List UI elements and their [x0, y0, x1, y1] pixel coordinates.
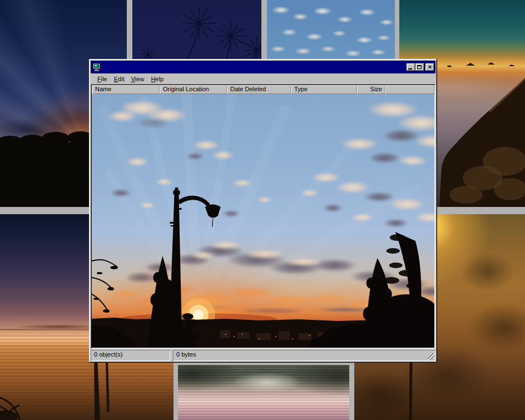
column-header-date-deleted[interactable]: Date Deleted — [227, 85, 291, 94]
status-total-size: 0 bytes — [173, 350, 435, 361]
menu-view[interactable]: View — [128, 75, 148, 83]
status-bar: 0 object(s) 0 bytes — [91, 350, 435, 361]
status-object-count: 0 object(s) — [91, 350, 170, 361]
minimize-icon — [408, 68, 412, 70]
resize-grip[interactable] — [428, 353, 435, 360]
close-button[interactable]: × — [425, 63, 434, 71]
maximize-icon — [417, 65, 422, 69]
recycle-bin-window[interactable]: × File Edit View Help Name Original Loca… — [89, 59, 437, 363]
menu-file[interactable]: File — [94, 75, 111, 83]
menu-help[interactable]: Help — [147, 75, 167, 83]
column-header-size[interactable]: Size — [357, 85, 385, 94]
list-view[interactable]: Name Original Location Date Deleted Type… — [91, 84, 435, 349]
minimize-button[interactable] — [407, 63, 415, 71]
sunset-photo-art — [92, 94, 434, 348]
maximize-button[interactable] — [415, 63, 424, 71]
list-column-headers: Name Original Location Date Deleted Type… — [92, 85, 434, 94]
column-header-empty[interactable] — [385, 85, 434, 94]
viewer-photo-street-lamp-sunset — [92, 94, 434, 348]
title-bar[interactable]: × — [91, 61, 435, 73]
wallpaper-photo-water-reflection — [178, 365, 349, 420]
computer-icon — [92, 63, 102, 72]
close-icon: × — [425, 63, 434, 70]
column-header-original-location[interactable]: Original Location — [160, 85, 227, 94]
menu-bar: File Edit View Help — [91, 73, 435, 84]
menu-edit[interactable]: Edit — [111, 75, 128, 83]
column-header-name[interactable]: Name — [92, 85, 160, 94]
column-header-type[interactable]: Type — [291, 85, 357, 94]
